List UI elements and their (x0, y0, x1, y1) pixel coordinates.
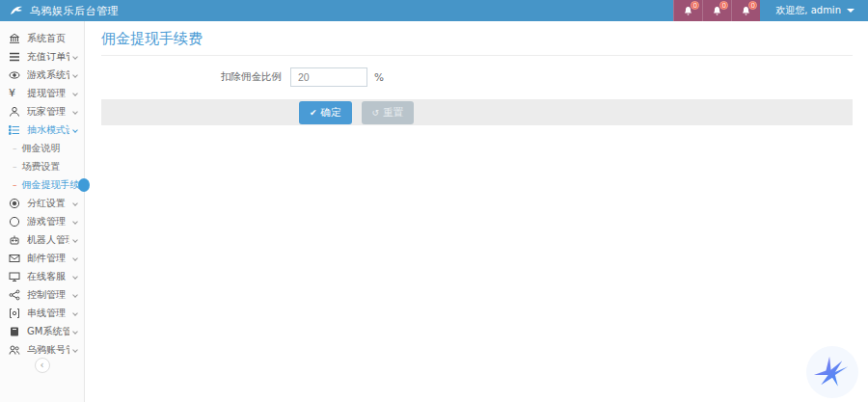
sidebar-item-label: 玩家管理 (27, 105, 69, 119)
sidebar-item-label: 抽水模式设置 (27, 123, 69, 137)
sidebar-subitem-commission-info[interactable]: – 佣金说明 (0, 139, 84, 157)
active-indicator-bubble (78, 178, 90, 192)
bank-icon (9, 33, 22, 44)
chevron-down-icon (72, 255, 78, 261)
target-icon (9, 198, 22, 209)
chevron-down-icon (72, 72, 78, 78)
dash-icon: – (13, 144, 17, 153)
sidebar-item-label: 乌鸦账号管理 (27, 343, 69, 357)
sidebar-item-label: 游戏管理 (27, 215, 69, 228)
sidebar-subitem-commission-fee[interactable]: – 佣金提现手续费 (0, 175, 84, 194)
robot-icon (9, 234, 22, 246)
chevron-down-icon (847, 9, 854, 13)
chevron-down-icon (72, 329, 78, 335)
confirm-button-label: 确定 (321, 106, 341, 120)
chevron-down-icon (72, 91, 78, 96)
sidebar-item-label: 机器人管理 (27, 233, 69, 247)
list-icon (9, 51, 22, 63)
chevron-down-icon (72, 201, 78, 206)
reset-button-label: 重置 (383, 106, 403, 120)
sidebar-item-robots[interactable]: 机器人管理 (0, 230, 84, 249)
users-icon (9, 344, 22, 356)
chevron-down-icon (72, 54, 78, 60)
reset-icon: ↺ (372, 108, 380, 118)
sidebar-item-label: 充值订单管理 (27, 50, 69, 64)
notification-bell-2[interactable]: 0 (702, 0, 731, 21)
sidebar-item-games[interactable]: 游戏管理 (0, 212, 84, 230)
monitor-icon (9, 271, 22, 282)
sidebar: 系统首页 充值订单管理 游戏系统管理 ¥ 提现管理 玩家管理 (0, 21, 85, 402)
eye-icon (9, 69, 22, 81)
notification-bell-3[interactable]: 0 (731, 0, 760, 21)
mail-icon (9, 253, 22, 264)
sidebar-collapse-button[interactable]: ‹ (35, 358, 50, 373)
deduction-rate-input[interactable] (290, 67, 367, 87)
chevron-down-icon (72, 109, 78, 115)
chevron-down-icon (72, 127, 78, 133)
sidebar-item-label: 邮件管理 (27, 252, 69, 265)
sidebar-item-label: GM系统管理 (27, 325, 69, 338)
sidebar-item-recharge-orders[interactable]: 充值订单管理 (0, 47, 84, 66)
sidebar-item-crow-accounts[interactable]: 乌鸦账号管理 (0, 340, 84, 359)
check-icon: ✔ (310, 108, 317, 118)
sidebar-item-control[interactable]: 控制管理 (0, 285, 84, 304)
notification-badge: 0 (748, 1, 757, 10)
yen-icon: ¥ (9, 87, 22, 99)
sidebar-item-label: 分红设置 (27, 197, 69, 210)
sidebar-item-line[interactable]: 串线管理 (0, 304, 84, 322)
share-nodes-icon (9, 289, 22, 301)
user-menu[interactable]: 欢迎您, admin (760, 0, 868, 21)
chevron-down-icon (72, 237, 78, 243)
logo-bird-icon (10, 4, 23, 17)
sidebar-item-label: 控制管理 (27, 288, 69, 302)
dash-icon: – (13, 180, 17, 190)
sidebar-subitem-label: 场费设置 (22, 160, 61, 174)
button-band: ✔ 确定 ↺ 重置 (101, 99, 853, 125)
deduction-rate-label: 扣除佣金比例 (86, 70, 290, 84)
sidebar-item-home[interactable]: 系统首页 (0, 29, 84, 47)
topbar: 乌鸦娱乐后台管理 0 0 0 (0, 0, 868, 21)
main-content: 佣金提现手续费 扣除佣金比例 % ✔ 确定 ↺ 重置 (86, 21, 868, 402)
chevron-down-icon (72, 274, 78, 280)
sidebar-item-rake-mode[interactable]: 抽水模式设置 (0, 121, 84, 139)
sidebar-item-dividend[interactable]: 分红设置 (0, 194, 84, 212)
app-title: 乌鸦娱乐后台管理 (30, 4, 119, 18)
sidebar-item-game-system[interactable]: 游戏系统管理 (0, 66, 84, 84)
sidebar-subitem-label: 佣金说明 (22, 142, 61, 155)
circle-icon (9, 216, 22, 228)
chevron-down-icon (72, 219, 78, 225)
sidebar-item-label: 在线客服 (27, 270, 69, 283)
percent-suffix: % (374, 71, 384, 83)
sidebar-item-label: 提现管理 (27, 87, 69, 100)
chevron-down-icon (72, 292, 78, 298)
notification-bell-1[interactable]: 0 (673, 0, 702, 21)
welcome-text: 欢迎您, admin (775, 4, 841, 17)
notification-badge: 0 (691, 1, 699, 10)
sidebar-item-online-service[interactable]: 在线客服 (0, 267, 84, 285)
sidebar-subitem-table-fee[interactable]: – 场费设置 (0, 157, 84, 175)
bird-logo-icon (811, 351, 854, 393)
bird-logo-badge[interactable] (806, 346, 858, 398)
notification-badge: 0 (719, 1, 728, 10)
book-icon (9, 326, 22, 337)
commission-rate-form-row: 扣除佣金比例 % (86, 67, 868, 87)
reset-button[interactable]: ↺ 重置 (362, 101, 415, 124)
sidebar-item-label: 系统首页 (27, 32, 77, 45)
chevron-down-icon (72, 310, 78, 316)
sidebar-item-label: 游戏系统管理 (27, 68, 69, 82)
brand: 乌鸦娱乐后台管理 (0, 4, 119, 18)
dash-icon: – (13, 162, 17, 172)
list-alt-icon (9, 124, 22, 136)
page-title: 佣金提现手续费 (101, 30, 853, 48)
sidebar-item-players[interactable]: 玩家管理 (0, 102, 84, 121)
sidebar-item-label: 串线管理 (27, 307, 69, 320)
confirm-button[interactable]: ✔ 确定 (299, 101, 352, 124)
topbar-right: 0 0 0 欢迎您, admin (673, 0, 868, 21)
chevron-down-icon (72, 347, 78, 353)
title-divider (101, 55, 853, 56)
sidebar-item-withdrawal[interactable]: ¥ 提现管理 (0, 84, 84, 102)
bracket-display-icon (9, 308, 22, 319)
sidebar-item-mail[interactable]: 邮件管理 (0, 249, 84, 267)
user-icon (9, 106, 22, 118)
sidebar-item-gm-system[interactable]: GM系统管理 (0, 322, 84, 340)
